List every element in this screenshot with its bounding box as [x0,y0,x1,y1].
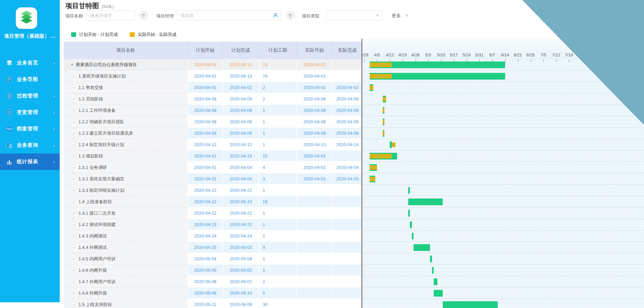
duration-cell: 5 [259,288,297,299]
project-manager-field [177,10,281,20]
table-row[interactable]: -1.4.6 内网升级2020-05-052020-05-051 [64,265,362,276]
table-row[interactable]: -1.2.2 明确双方项目团队2020-04-082020-04-0812020… [64,116,362,128]
project-manager-select-input[interactable] [177,10,281,20]
plan-end-cell: 2020-04-08 [222,128,259,139]
table-row[interactable]: -1.2 启动阶段2020-04-082020-04-0922020-04-08… [64,93,362,105]
duration-cell: 1 [259,116,297,128]
actual-bar[interactable] [370,177,375,181]
plan-bar[interactable] [432,267,434,274]
plan-bar[interactable] [430,256,432,262]
table-row[interactable]: ▼爱家酒店公司办公系统升级项目2020-04-012020-06-1374202… [64,59,362,71]
sidebar-item-7[interactable]: 统计报表› [0,153,60,170]
task-name: 1.2.2 明确双方项目团队 [78,119,124,125]
collapse-triangle-icon[interactable]: ▼ [70,63,76,67]
table-row[interactable]: -1.4.8 外网升级2020-05-062020-05-105 [64,288,362,299]
sidebar-item-1[interactable]: 业务首页› [0,55,60,71]
task-name-cell: -1.3.1 业务调研 [64,162,187,173]
actual-bar[interactable] [370,165,377,170]
plan-bar[interactable] [434,290,443,297]
task-name-cell: -1.4 上线准备阶段 [64,196,187,208]
actual-bar[interactable] [383,108,384,113]
project-name-empty-button[interactable]: 空 [139,11,148,20]
table-row[interactable]: -1.4.5 内网用户培训2020-05-042020-05-041 [64,253,362,265]
project-name-search-input[interactable] [87,10,135,20]
task-name: 1.2 启动阶段 [78,96,103,102]
task-name-cell: ▼爱家酒店公司办公系统升级项目 [64,59,187,71]
actual-bar[interactable] [383,97,386,101]
table-row[interactable]: -1.3.2 系统实现方案确定2020-04-012020-04-0332020… [64,173,362,185]
actual-start-cell: 2020-04-13 [297,139,332,150]
actual-start-cell [297,208,332,219]
table-row[interactable]: -1.4.4 外网测试2020-04-252020-05-039 [64,242,362,253]
plan-bar[interactable] [414,244,430,251]
sidebar-item-4[interactable]: 变更管理› [0,104,60,121]
plan-end-cell: 2020-04-02 [222,82,259,93]
task-dash-marker: - [70,119,78,124]
plan-bar[interactable] [408,187,410,194]
table-row[interactable]: -1.2.4 制定项目升级计划2020-04-122020-04-1212020… [64,139,362,150]
plan-bar[interactable] [410,221,412,228]
table-row[interactable]: -1.3 规划阶段2020-04-012020-04-15152020-04-0… [64,150,362,162]
task-name-cell: -1.3.3 制定详细实施计划 [64,185,187,196]
plan-start-cell: 2020-05-11 [187,299,222,308]
table-row[interactable]: -1.4.1 接口二次开发2020-04-222020-04-221 [64,208,362,219]
task-name: 1.4.3 内网测试 [78,233,107,239]
actual-bar[interactable] [383,120,384,124]
table-row[interactable]: -1.3.1 业务调研2020-04-012020-04-0442020-04-… [64,162,362,173]
actual-bar[interactable] [392,142,395,147]
sidebar-item-3[interactable]: 过程管理› [0,88,60,104]
duration-cell: 1 [259,128,297,139]
table-row[interactable]: -1.4.2 测试环境搭建2020-04-232020-04-231 [64,219,362,230]
project-type-select[interactable]: ▼ [326,10,382,20]
actual-start-cell [297,299,332,308]
table-row[interactable]: -1.3.3 制定详细实施计划2020-04-222020-04-221 [64,185,362,196]
table-row[interactable]: -1.4.7 外网用户培训2020-05-062020-05-072 [64,276,362,288]
actual-start-cell [297,265,332,276]
table-row[interactable]: -1 系统升级项目实施计划2020-04-012020-06-13742020-… [64,71,362,82]
actual-bar[interactable] [370,62,391,67]
actual-bar[interactable] [370,85,373,90]
actual-start-cell: 2020-04-01 [297,162,332,173]
task-name-cell: -1.2.2 明确双方项目团队 [64,116,187,128]
table-row[interactable]: -1.2.3 建立双方项目组通讯录2020-04-082020-04-08120… [64,128,362,139]
duration-cell: 1 [259,253,297,265]
task-dash-marker: - [70,85,78,90]
plan-bar[interactable] [434,278,437,285]
actual-start-cell [297,219,332,230]
task-name-cell: -1.2.3 建立双方项目组通讯录 [64,128,187,139]
column-header-plan-end: 计划完成 [222,42,259,59]
more-filters-button[interactable]: 更多 [392,13,401,19]
sidebar-item-6[interactable]: 业务查询› [0,137,60,153]
actual-bar[interactable] [370,154,391,159]
task-name: 1.2.1 工作环境准备 [78,107,116,114]
actual-end-cell: 2020-04-03 [332,173,362,185]
task-name: 1.3 规划阶段 [78,153,103,159]
plan-end-cell: 2020-04-22 [222,185,259,196]
sidebar-item-5[interactable]: 档案管理› [0,121,60,137]
plan-bar[interactable] [443,301,498,308]
task-name-cell: -1.4.3 内网测试 [64,230,187,242]
plan-start-cell: 2020-04-12 [187,139,222,150]
table-row[interactable]: -1.2.1 工作环境准备2020-04-082020-04-0812020-0… [64,105,362,116]
plan-end-cell: 2020-04-23 [222,219,259,230]
actual-bar[interactable] [383,131,384,136]
plan-bar[interactable] [412,233,414,239]
plan-bar[interactable] [408,199,443,205]
plan-bar[interactable] [408,210,410,217]
duration-cell: 2 [259,276,297,288]
actual-start-cell: 2020-04-01 [297,150,332,162]
table-row[interactable]: -1.1 售前交接2020-04-012020-04-0222020-04-01… [64,82,362,93]
table-row[interactable]: -1.4 上线准备阶段2020-04-222020-05-1019 [64,196,362,208]
table-row[interactable]: -1.5 上线支持阶段2020-05-112020-06-0930 [64,299,362,308]
actual-bar[interactable] [370,74,391,79]
plan-bar[interactable] [390,141,391,148]
table-row[interactable]: -1.4.3 内网测试2020-04-242020-04-241 [64,230,362,242]
gantt-row [362,105,644,116]
plan-end-cell: 2020-04-08 [222,105,259,116]
task-dash-marker: - [70,302,78,307]
record-count-badge: (94条) [102,4,114,9]
axis-tick-label: 4/5 [374,53,380,57]
sidebar-item-2[interactable]: 业务导图 [0,71,60,88]
project-manager-empty-button[interactable]: 空 [286,11,295,20]
task-name: 1.1 售前交接 [78,85,103,91]
